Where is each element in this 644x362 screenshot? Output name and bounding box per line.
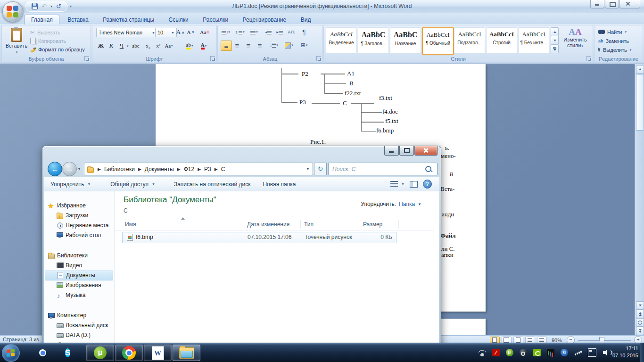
explorer-minimize-button[interactable] <box>384 146 399 156</box>
explorer-window[interactable]: ← → ▾ ▶ Библиотеки ▶ Документы ▶ Ф12 ▶ Р… <box>42 146 441 362</box>
zoom-slider[interactable] <box>578 340 631 341</box>
sidebar-item-data-disk[interactable]: DATA (D:) <box>44 330 114 340</box>
action-center-icon[interactable] <box>588 348 596 357</box>
column-name[interactable]: Имя <box>125 221 136 228</box>
address-dropdown-icon[interactable]: ▼ <box>306 167 313 171</box>
style-chip[interactable]: AaBbCcIВыделение <box>326 27 357 54</box>
breadcrumb-p3[interactable]: Р3 <box>204 166 211 173</box>
paste-button[interactable]: Вставить ▾ <box>5 27 28 57</box>
breadcrumb-c[interactable]: С <box>221 166 225 173</box>
breadcrumb-documents[interactable]: Документы <box>145 166 174 173</box>
shading-button[interactable]: ▾ <box>284 41 294 50</box>
word-maximize-button[interactable] <box>605 0 619 8</box>
forward-button[interactable]: → <box>62 162 77 176</box>
breadcrumb-libraries[interactable]: Библиотеки <box>104 166 135 173</box>
style-chip[interactable]: AaBbC¶ Заголов... <box>358 27 389 54</box>
taskbar-word[interactable]: W <box>144 345 172 361</box>
tab-mailings[interactable]: Рассылки <box>197 15 234 25</box>
column-date[interactable]: Дата изменения <box>247 221 289 228</box>
word-titlebar[interactable]: ЛБР1.doc [Режим ограниченной функциональ… <box>0 0 644 13</box>
address-bar[interactable]: ▶ Библиотеки ▶ Документы ▶ Ф12 ▶ Р3 ▶ С … <box>84 163 313 175</box>
superscript-button[interactable]: х² <box>154 41 163 50</box>
recent-pages-dropdown-icon[interactable]: ▾ <box>78 167 80 171</box>
organize-button[interactable]: Упорядочить▼ <box>50 181 91 188</box>
style-chip-selected[interactable]: AaBbCcI¶ Обычный <box>422 27 454 55</box>
browse-object-icon[interactable] <box>636 318 644 327</box>
taskbar-utorrent[interactable]: µ <box>86 345 114 361</box>
style-chip[interactable]: AaBbCcI¶ Без инте... <box>518 27 549 54</box>
highlight-button[interactable]: ab▾ <box>185 41 194 50</box>
tab-page-layout[interactable]: Разметка страницы <box>97 15 160 25</box>
show-marks-button[interactable]: ¶ <box>299 27 309 37</box>
burn-button[interactable]: Записать на оптический диск <box>174 181 251 188</box>
sidebar-item-documents[interactable]: Документы <box>45 271 113 280</box>
subscript-button[interactable]: х₂ <box>143 41 153 50</box>
network-icon[interactable] <box>479 349 486 356</box>
font-color-button[interactable]: А▾ <box>199 41 208 50</box>
sidebar-item-computer[interactable]: Компьютер <box>44 311 114 321</box>
bullets-button[interactable]: ⁝▾ <box>221 27 231 37</box>
font-family-combobox[interactable]: Times New Roman▼ <box>96 28 157 37</box>
change-case-button[interactable]: Аа▾ <box>164 41 173 50</box>
word-vertical-scrollbar[interactable] <box>635 64 644 336</box>
paragraph-dialog-launcher-icon[interactable] <box>316 56 321 61</box>
arrange-by[interactable]: Упорядочить: Папка ▼ <box>361 201 421 207</box>
file-row-f6bmp[interactable]: f6.bmp 07.10.2015 17:06 Точечный рисунок… <box>122 232 396 243</box>
tab-view[interactable]: Вид <box>295 15 317 25</box>
bold-button[interactable]: Ж <box>96 41 106 50</box>
tab-home[interactable]: Главная <box>25 15 59 25</box>
grow-font-button[interactable]: А▲ <box>176 27 185 37</box>
page-indicator[interactable]: Страница: 3 из <box>3 337 39 342</box>
scroll-down-icon[interactable] <box>636 301 644 310</box>
sidebar-item-libraries[interactable]: Библиотеки <box>44 251 114 261</box>
underline-dropdown-icon[interactable]: ▾ <box>127 44 129 48</box>
search-box[interactable]: Поиск: С <box>328 163 438 175</box>
nvidia-icon[interactable] <box>533 349 541 356</box>
taskbar-chrome-running[interactable] <box>115 345 143 361</box>
clipboard-dialog-launcher-icon[interactable] <box>84 56 89 61</box>
change-styles-button[interactable]: АА Изменить стили▾ <box>561 27 590 56</box>
sidebar-item-local-disk[interactable]: Локальный диск <box>44 321 114 330</box>
font-size-combobox[interactable]: 10▼ <box>155 28 177 37</box>
sidebar-item-videos[interactable]: Видео <box>44 261 114 271</box>
align-center-button[interactable]: ≡ <box>232 41 242 50</box>
column-size[interactable]: Размер <box>363 221 382 228</box>
explorer-maximize-button[interactable] <box>399 146 414 156</box>
taskbar-skype[interactable]: S <box>65 346 70 360</box>
sidebar-item-recent-places[interactable]: Недавние места <box>44 221 114 230</box>
replace-button[interactable]: ab Заменить <box>598 36 631 45</box>
redo-icon[interactable]: ↺ <box>56 3 61 9</box>
sidebar-item-desktop[interactable]: Рабочий стол <box>44 230 114 240</box>
new-folder-button[interactable]: Новая папка <box>263 181 296 188</box>
undo-dropdown-icon[interactable]: ▾ <box>50 4 52 8</box>
steam-icon[interactable] <box>520 349 527 356</box>
tab-review[interactable]: Рецензирование <box>237 15 293 25</box>
help-button[interactable]: ? <box>423 180 432 189</box>
breadcrumb-f12[interactable]: Ф12 <box>184 166 194 173</box>
scrollbar-thumb[interactable] <box>636 74 644 131</box>
align-left-button[interactable]: ≡ <box>221 41 232 51</box>
numbering-button[interactable]: 1.▾ <box>235 27 245 37</box>
utorrent-tray-icon[interactable] <box>506 349 513 356</box>
styles-scroll-down-icon[interactable] <box>551 36 559 45</box>
column-type[interactable]: Тип <box>304 221 314 228</box>
select-button[interactable]: Выделить▾ <box>598 45 631 54</box>
zoom-level[interactable]: 90% <box>552 337 562 343</box>
line-spacing-button[interactable]: ↕▾ <box>269 41 279 50</box>
align-right-button[interactable]: ≡ <box>243 41 254 50</box>
style-chip[interactable]: AaBbCcIСтрогий <box>486 27 517 54</box>
style-chip[interactable]: AaBbCcIПодзагол... <box>454 27 485 54</box>
font-dialog-launcher-icon[interactable] <box>210 56 215 61</box>
shrink-font-button[interactable]: А▼ <box>186 27 196 37</box>
previous-page-icon[interactable] <box>636 310 644 318</box>
next-page-icon[interactable] <box>636 327 644 335</box>
explorer-close-button[interactable] <box>414 146 438 156</box>
adobe-icon[interactable] <box>492 349 500 356</box>
underline-button[interactable]: Ч <box>117 41 126 50</box>
strikethrough-button[interactable]: abc <box>131 41 140 50</box>
format-painter-button[interactable]: Формат по образцу <box>30 45 85 54</box>
copy-button[interactable]: Копировать <box>30 37 85 45</box>
scroll-up-icon[interactable] <box>636 65 644 74</box>
arrange-dropdown-icon[interactable]: ▼ <box>418 202 421 206</box>
taskbar-explorer[interactable] <box>173 345 200 361</box>
